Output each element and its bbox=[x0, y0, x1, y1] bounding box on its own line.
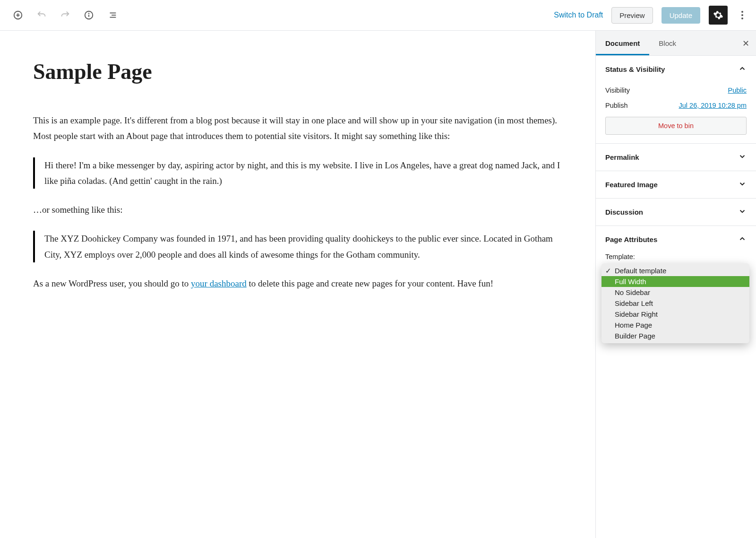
visibility-value[interactable]: Public bbox=[728, 87, 747, 94]
preview-button[interactable]: Preview bbox=[611, 7, 653, 24]
svg-point-5 bbox=[89, 13, 89, 14]
svg-point-10 bbox=[741, 14, 743, 16]
chevron-up-icon bbox=[738, 64, 747, 74]
redo-button[interactable] bbox=[57, 7, 74, 24]
template-option[interactable]: Home Page bbox=[601, 320, 749, 330]
move-to-bin-button[interactable]: Move to bin bbox=[605, 117, 747, 135]
paragraph-block[interactable]: …or something like this: bbox=[33, 202, 562, 217]
content-info-button[interactable] bbox=[80, 7, 97, 24]
tab-block[interactable]: Block bbox=[649, 31, 686, 55]
panel-header-discussion[interactable]: Discussion bbox=[596, 199, 756, 226]
template-option[interactable]: Default template bbox=[601, 265, 749, 276]
quote-text: Hi there! I'm a bike messenger by day, a… bbox=[44, 157, 562, 189]
editor-canvas[interactable]: Sample Page This is an example page. It'… bbox=[0, 31, 595, 538]
close-sidebar-button[interactable]: ✕ bbox=[742, 38, 749, 49]
sidebar-tabs: Document Block ✕ bbox=[596, 31, 756, 56]
visibility-row: Visibility Public bbox=[605, 83, 747, 98]
panel-title: Page Attributes bbox=[605, 235, 657, 243]
publish-row: Publish Jul 26, 2019 10:28 pm bbox=[605, 98, 747, 113]
text-span: to delete this page and create new pages… bbox=[247, 278, 493, 288]
template-option[interactable]: Builder Page bbox=[601, 330, 749, 341]
panel-title: Status & Visibility bbox=[605, 65, 665, 73]
page-title[interactable]: Sample Page bbox=[33, 59, 562, 84]
template-option[interactable]: Sidebar Left bbox=[601, 298, 749, 309]
panel-header-permalink[interactable]: Permalink bbox=[596, 144, 756, 171]
template-option[interactable]: Full Width bbox=[601, 276, 749, 287]
panel-title: Discussion bbox=[605, 208, 643, 216]
paragraph-block[interactable]: This is an example page. It's different … bbox=[33, 113, 562, 144]
add-block-button[interactable] bbox=[9, 7, 26, 24]
quote-block[interactable]: The XYZ Doohickey Company was founded in… bbox=[33, 231, 562, 262]
template-label: Template: bbox=[605, 253, 747, 260]
panel-header-status[interactable]: Status & Visibility bbox=[596, 56, 756, 83]
panel-page-attributes: Page Attributes Template: Default templa… bbox=[596, 226, 756, 286]
panel-title: Permalink bbox=[605, 153, 639, 161]
more-options-button[interactable] bbox=[736, 7, 748, 24]
toolbar-right: Switch to Draft Preview Update bbox=[554, 6, 751, 25]
row-label: Visibility bbox=[605, 87, 630, 94]
template-dropdown-list: Default templateFull WidthNo SidebarSide… bbox=[601, 263, 749, 343]
dashboard-link[interactable]: your dashboard bbox=[191, 278, 247, 288]
panel-discussion: Discussion bbox=[596, 199, 756, 226]
template-option[interactable]: No Sidebar bbox=[601, 287, 749, 298]
panel-body-page-attributes: Template: Default templateFull WidthNo S… bbox=[596, 253, 756, 286]
block-navigation-button[interactable] bbox=[104, 7, 121, 24]
panel-status-visibility: Status & Visibility Visibility Public Pu… bbox=[596, 56, 756, 144]
svg-point-11 bbox=[741, 17, 743, 19]
chevron-down-icon bbox=[738, 207, 747, 217]
toolbar-left bbox=[5, 7, 121, 24]
undo-button[interactable] bbox=[33, 7, 50, 24]
svg-point-9 bbox=[741, 11, 743, 13]
panel-permalink: Permalink bbox=[596, 144, 756, 171]
quote-block[interactable]: Hi there! I'm a bike messenger by day, a… bbox=[33, 157, 562, 189]
panel-header-page-attributes[interactable]: Page Attributes bbox=[596, 226, 756, 253]
settings-sidebar: Document Block ✕ Status & Visibility Vis… bbox=[595, 31, 756, 538]
paragraph-block[interactable]: As a new WordPress user, you should go t… bbox=[33, 276, 562, 291]
panel-header-featured[interactable]: Featured Image bbox=[596, 171, 756, 198]
chevron-down-icon bbox=[738, 180, 747, 190]
panel-body-status: Visibility Public Publish Jul 26, 2019 1… bbox=[596, 83, 756, 143]
template-option[interactable]: Sidebar Right bbox=[601, 309, 749, 320]
tab-document[interactable]: Document bbox=[596, 31, 649, 55]
row-label: Publish bbox=[605, 102, 628, 109]
settings-toggle-button[interactable] bbox=[709, 6, 728, 25]
publish-value[interactable]: Jul 26, 2019 10:28 pm bbox=[679, 102, 747, 109]
template-select-wrap: Default templateFull WidthNo SidebarSide… bbox=[605, 263, 747, 278]
panel-title: Featured Image bbox=[605, 181, 658, 189]
switch-to-draft-button[interactable]: Switch to Draft bbox=[554, 11, 603, 19]
update-button: Update bbox=[662, 7, 700, 24]
main-area: Sample Page This is an example page. It'… bbox=[0, 31, 756, 538]
top-toolbar: Switch to Draft Preview Update bbox=[0, 0, 756, 31]
quote-text: The XYZ Doohickey Company was founded in… bbox=[44, 231, 562, 262]
chevron-down-icon bbox=[738, 152, 747, 162]
text-span: As a new WordPress user, you should go t… bbox=[33, 278, 191, 288]
chevron-up-icon bbox=[738, 234, 747, 244]
panel-featured-image: Featured Image bbox=[596, 171, 756, 199]
